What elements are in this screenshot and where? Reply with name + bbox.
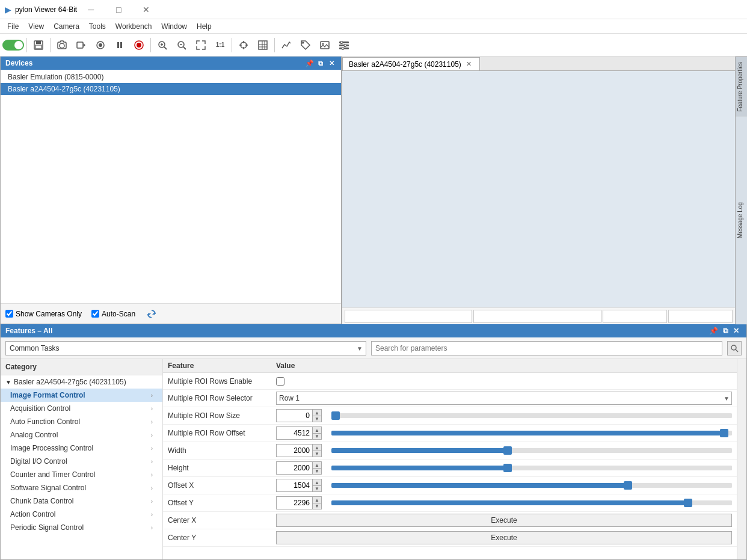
category-item-auto-function[interactable]: Auto Function Control › [1, 415, 162, 428]
spinbox-up-4[interactable]: ▲ [312, 444, 322, 451]
show-cameras-checkbox[interactable] [5, 310, 13, 318]
device-item-emulation[interactable]: Basler Emulation (0815-0000) [1, 71, 341, 83]
slider-thumb-4[interactable] [503, 446, 512, 455]
spinbox-up-5[interactable]: ▲ [312, 461, 322, 468]
tag-button[interactable] [297, 36, 315, 54]
features-pin-button[interactable]: 📌 [707, 327, 721, 335]
slider-thumb-3[interactable] [720, 429, 728, 437]
category-item-image-processing[interactable]: Image Processing Control › [1, 442, 162, 455]
menu-tools[interactable]: Tools [84, 21, 111, 32]
image-button[interactable] [316, 36, 334, 54]
feat-dropdown-1[interactable]: Row 1 [276, 392, 732, 405]
device-item-camera[interactable]: Basler a2A4504-27g5c (40231105) [1, 83, 341, 95]
category-item-periodic-signal[interactable]: Periodic Signal Control › [1, 521, 162, 534]
slider-thumb-7[interactable] [684, 499, 692, 507]
auto-scan-label[interactable]: Auto-Scan [91, 310, 135, 318]
grid-button[interactable] [254, 36, 272, 54]
devices-close-button[interactable]: ✕ [327, 58, 336, 68]
center-y-execute-button[interactable]: Execute [276, 531, 732, 544]
spinbox-input-5[interactable] [276, 461, 312, 475]
feature-properties-tab[interactable]: Feature Properties [736, 57, 747, 117]
zoom-in-button[interactable] [153, 36, 171, 54]
spinbox-input-4[interactable] [276, 444, 312, 457]
category-item-image-format[interactable]: Image Format Control › [1, 389, 162, 402]
search-icon-button[interactable] [727, 341, 742, 355]
category-item-digital-io[interactable]: Digital I/O Control › [1, 455, 162, 468]
category-device-item[interactable]: ▼ Basler a2A4504-27g5c (40231105) [1, 375, 162, 389]
features-search-input[interactable] [371, 341, 722, 355]
minimize-button[interactable]: ─ [77, 0, 105, 19]
feat-name-2: Multiple ROI Row Size [168, 411, 276, 420]
slider-thumb-2[interactable] [331, 411, 340, 420]
menu-camera[interactable]: Camera [49, 21, 84, 32]
category-item-acquisition[interactable]: Acquisition Control › [1, 402, 162, 415]
feature-row-roi-row-offset: Multiple ROI Row Offset ▲ ▼ [163, 425, 737, 442]
feature-row-width: Width ▲ ▼ [163, 442, 737, 460]
live-toggle-button[interactable] [2, 40, 24, 51]
category-item-chunk-data[interactable]: Chunk Data Control › [1, 494, 162, 508]
spinbox-down-6[interactable]: ▼ [312, 485, 322, 492]
snapshot-button[interactable] [53, 36, 71, 54]
features-close-button[interactable]: ✕ [731, 327, 742, 335]
crosshair-button[interactable] [235, 36, 253, 54]
feature-table-scrollbar[interactable] [737, 359, 746, 559]
devices-pin-button[interactable]: 📌 [305, 58, 315, 68]
spinbox-down-5[interactable]: ▼ [312, 468, 322, 475]
category-item-counter-timer[interactable]: Counter and Timer Control › [1, 468, 162, 481]
zoom-fit-button[interactable] [192, 36, 210, 54]
features-title: Features – All [5, 327, 52, 335]
devices-float-button[interactable]: ⧉ [316, 58, 325, 68]
feat-checkbox-0[interactable] [276, 377, 284, 386]
spinbox-input-6[interactable] [276, 479, 312, 492]
record-circle-button[interactable] [91, 36, 109, 54]
slider-thumb-6[interactable] [624, 481, 632, 490]
show-cameras-label[interactable]: Show Cameras Only [5, 310, 82, 318]
stop-button[interactable] [130, 36, 148, 54]
category-item-analog[interactable]: Analog Control › [1, 428, 162, 442]
pause-button[interactable] [111, 36, 129, 54]
spinbox-input-3[interactable] [276, 426, 312, 440]
spinbox-up-2[interactable]: ▲ [312, 409, 322, 416]
spinbox-down-2[interactable]: ▼ [312, 416, 322, 422]
spinbox-down-4[interactable]: ▼ [312, 451, 322, 457]
svg-point-36 [340, 41, 343, 43]
slider-thumb-5[interactable] [503, 464, 512, 472]
record-button[interactable] [72, 36, 90, 54]
refresh-button[interactable] [145, 307, 158, 321]
auto-scan-checkbox[interactable] [91, 310, 99, 318]
menu-help[interactable]: Help [192, 21, 217, 32]
message-log-tab[interactable]: Message Log [736, 117, 747, 324]
spinbox-input-2[interactable] [276, 409, 312, 422]
feat-value-5: ▲ ▼ [276, 461, 732, 475]
center-x-execute-button[interactable]: Execute [276, 514, 732, 527]
category-item-software-signal[interactable]: Software Signal Control › [1, 481, 162, 494]
menu-window[interactable]: Window [156, 21, 192, 32]
viewer-tab-close[interactable]: ✕ [465, 60, 473, 69]
feat-value-2: ▲ ▼ [276, 409, 732, 422]
spinbox-input-7[interactable] [276, 496, 312, 509]
category-item-action[interactable]: Action Control › [1, 508, 162, 521]
devices-footer: Show Cameras Only Auto-Scan [1, 303, 341, 324]
zoom-out-button[interactable] [173, 36, 191, 54]
save-button[interactable] [29, 36, 48, 54]
zoom-100-button[interactable]: 1:1 [211, 36, 229, 54]
chart-button[interactable] [277, 36, 295, 54]
spinbox-btns-6: ▲ ▼ [312, 479, 322, 492]
spinbox-up-7[interactable]: ▲ [312, 496, 322, 503]
features-category-dropdown[interactable]: Common Tasks All Features [5, 341, 366, 355]
menu-workbench[interactable]: Workbench [111, 21, 156, 32]
close-button[interactable]: ✕ [132, 0, 160, 19]
spinbox-up-3[interactable]: ▲ [312, 426, 322, 433]
features-float-button[interactable]: ⧉ [721, 327, 731, 335]
slider-4 [331, 448, 732, 453]
spinbox-down-7[interactable]: ▼ [312, 503, 322, 509]
menu-view[interactable]: View [23, 21, 49, 32]
settings-button[interactable] [335, 36, 353, 54]
menu-file[interactable]: File [2, 21, 23, 32]
svg-point-32 [322, 43, 324, 45]
viewer-tab[interactable]: Basler a2A4504-27g5c (40231105) ✕ [342, 57, 480, 70]
spinbox-up-6[interactable]: ▲ [312, 479, 322, 485]
spinbox-down-3[interactable]: ▼ [312, 433, 322, 440]
maximize-button[interactable]: □ [105, 0, 132, 19]
viewer-canvas [342, 71, 735, 307]
